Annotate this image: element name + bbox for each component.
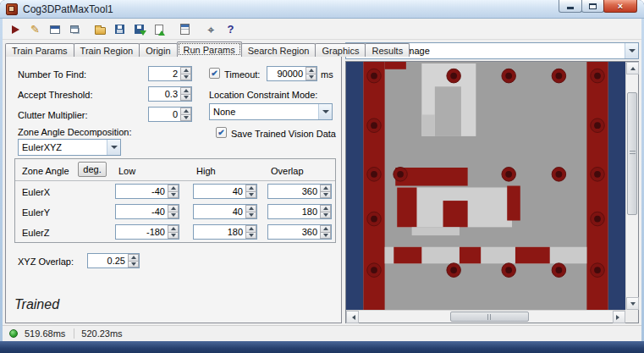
scroll-up-button[interactable] [626, 62, 639, 74]
tab-run-params[interactable]: Run Params [177, 41, 242, 57]
eulery-high-value[interactable]: 40 [194, 205, 245, 218]
vertical-scroll-thumb[interactable] [627, 92, 637, 215]
run-button[interactable] [7, 21, 25, 38]
vertical-scroll-track[interactable] [626, 74, 638, 297]
eulerx-overlap-value[interactable]: 360 [268, 185, 320, 198]
eulerx-high-value[interactable]: 40 [194, 185, 245, 198]
chevron-down-icon[interactable] [318, 104, 332, 119]
tab-search-region[interactable]: Search Region [241, 43, 316, 57]
spin-up-icon[interactable] [320, 205, 331, 212]
eulerx-low-spinner[interactable]: -40 [115, 184, 179, 199]
timeout-checkbox[interactable]: ✔ [209, 68, 220, 79]
minimize-button[interactable] [559, 0, 582, 13]
vertical-scrollbar[interactable] [625, 62, 638, 310]
spin-up-icon[interactable] [128, 254, 139, 262]
spin-down-icon[interactable] [245, 233, 256, 240]
titlebar[interactable]: Cog3DPatMaxTool1 × [0, 0, 644, 19]
spin-up-icon[interactable] [245, 185, 256, 192]
float-window-button[interactable] [65, 21, 83, 38]
eulerx-overlap-spinner[interactable]: 360 [267, 184, 332, 199]
tool-window-button[interactable] [46, 21, 63, 38]
accept-threshold-value[interactable]: 0.3 [149, 87, 180, 101]
location-constraint-combo[interactable]: None [209, 103, 333, 120]
close-button[interactable]: × [603, 0, 637, 13]
tab-results[interactable]: Results [365, 43, 410, 57]
scroll-left-button[interactable] [346, 311, 359, 323]
number-to-find-spinner[interactable]: 2 [148, 66, 192, 81]
coordinate-tool-button[interactable]: ⌖ [202, 21, 220, 38]
spin-down-icon[interactable] [245, 192, 256, 199]
spin-down-icon[interactable] [168, 212, 179, 219]
horizontal-scrollbar[interactable] [346, 310, 625, 323]
help-button[interactable]: ? [222, 21, 239, 38]
spin-down-icon[interactable] [128, 262, 139, 268]
image-display[interactable] [345, 61, 639, 323]
calculator-button[interactable] [176, 21, 194, 38]
timeout-value[interactable]: 90000 [267, 67, 305, 80]
spin-up-icon[interactable] [180, 108, 191, 115]
eulery-overlap-value[interactable]: 180 [268, 205, 320, 218]
spin-up-icon[interactable] [168, 225, 179, 233]
spin-up-icon[interactable] [245, 205, 256, 212]
eulerz-high-spinner[interactable]: 180 [193, 224, 257, 240]
scroll-right-icon [616, 315, 622, 320]
spin-up-icon[interactable] [320, 225, 331, 233]
eulery-low-spinner[interactable]: -40 [115, 204, 179, 219]
spin-down-icon[interactable] [180, 115, 191, 122]
electric-run-button[interactable]: ✎ [26, 21, 44, 38]
tab-train-region[interactable]: Train Region [74, 43, 140, 57]
eulery-low-value[interactable]: -40 [116, 205, 168, 218]
spin-down-icon[interactable] [320, 212, 331, 219]
eulerz-overlap-value[interactable]: 360 [268, 225, 320, 239]
eulerx-high-spinner[interactable]: 40 [193, 184, 257, 199]
tab-origin[interactable]: Origin [139, 43, 177, 57]
maximize-button[interactable] [581, 0, 604, 13]
export-button[interactable] [150, 21, 168, 38]
spin-down-icon[interactable] [168, 233, 179, 240]
spin-down-icon[interactable] [305, 74, 316, 81]
spin-down-icon[interactable] [320, 233, 331, 240]
import-button[interactable] [130, 21, 148, 38]
tool-window-icon [50, 25, 60, 34]
clutter-multiplier-value[interactable]: 0 [149, 108, 180, 121]
save-button[interactable] [111, 21, 129, 38]
accept-threshold-spinner[interactable]: 0.3 [148, 86, 192, 102]
chevron-down-icon[interactable] [625, 43, 638, 58]
eulerz-low-spinner[interactable]: -180 [115, 224, 179, 240]
spin-down-icon[interactable] [320, 192, 331, 199]
spin-up-icon[interactable] [168, 185, 179, 192]
eulery-overlap-spinner[interactable]: 180 [267, 204, 332, 219]
xyz-overlap-spinner[interactable]: 0.25 [87, 253, 140, 268]
spin-up-icon[interactable] [168, 205, 179, 212]
zone-angle-decomposition-combo[interactable]: EulerXYZ [18, 139, 121, 156]
clutter-multiplier-spinner[interactable]: 0 [148, 107, 192, 122]
timeout-spinner[interactable]: 90000 [267, 66, 317, 81]
spin-down-icon[interactable] [180, 74, 191, 81]
spin-up-icon[interactable] [180, 87, 191, 95]
tab-graphics[interactable]: Graphics [315, 43, 366, 57]
xyz-overlap-value[interactable]: 0.25 [88, 254, 128, 268]
spin-up-icon[interactable] [305, 67, 316, 74]
eulerz-high-value[interactable]: 180 [194, 225, 245, 239]
eulerx-low-value[interactable]: -40 [116, 185, 168, 198]
chevron-down-icon[interactable] [107, 140, 120, 155]
tab-strip: Train Params Train Region Origin Run Par… [5, 41, 409, 57]
spin-down-icon[interactable] [245, 212, 256, 219]
save-trained-checkbox[interactable]: ✔ [216, 127, 227, 138]
horizontal-scroll-track[interactable] [359, 311, 613, 323]
eulerz-low-value[interactable]: -180 [116, 225, 168, 239]
spin-up-icon[interactable] [180, 67, 191, 74]
spin-down-icon[interactable] [168, 192, 179, 199]
horizontal-scroll-thumb[interactable] [450, 312, 529, 322]
scroll-right-button[interactable] [613, 311, 625, 323]
number-to-find-value[interactable]: 2 [149, 67, 180, 80]
tab-train-params[interactable]: Train Params [5, 43, 74, 57]
spin-up-icon[interactable] [320, 185, 331, 192]
scroll-down-button[interactable] [626, 297, 639, 310]
eulery-high-spinner[interactable]: 40 [193, 204, 257, 219]
spin-up-icon[interactable] [245, 225, 256, 233]
deg-button[interactable]: deg. [78, 162, 107, 177]
open-button[interactable] [91, 21, 109, 38]
spin-down-icon[interactable] [180, 95, 191, 102]
eulerz-overlap-spinner[interactable]: 360 [267, 224, 332, 240]
